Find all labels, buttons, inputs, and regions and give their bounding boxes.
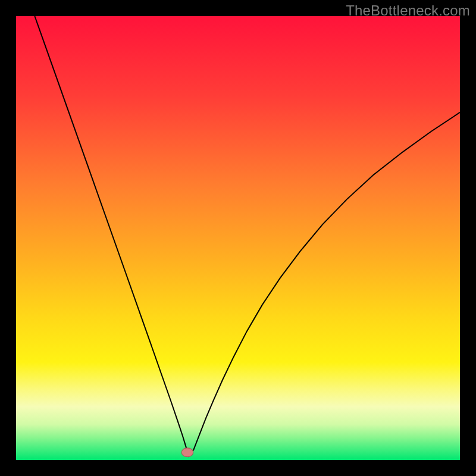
optimum-marker xyxy=(181,448,193,457)
gradient-background xyxy=(16,16,460,460)
chart-canvas xyxy=(16,16,460,460)
outer-frame: TheBottleneck.com xyxy=(0,0,476,476)
